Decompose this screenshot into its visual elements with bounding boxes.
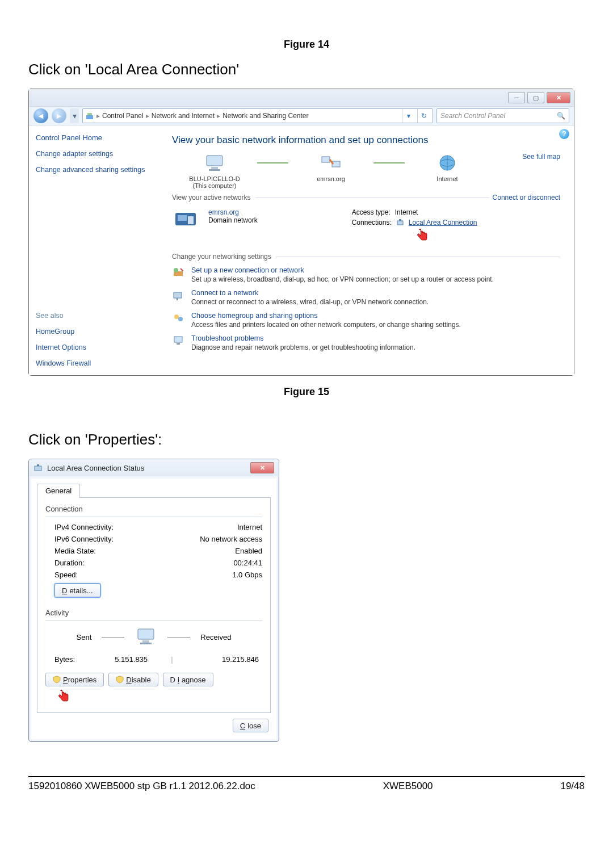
tab-general[interactable]: General	[37, 484, 80, 498]
task-title: Set up a new connection or network	[191, 266, 494, 274]
svg-rect-22	[138, 629, 154, 639]
group-change-label: Change your networking settings	[172, 253, 271, 261]
refresh-button[interactable]: ↻	[417, 109, 430, 123]
access-type-label: Access type:	[352, 208, 391, 216]
connect-disconnect-link[interactable]: Connect or disconnect	[493, 194, 560, 202]
back-button[interactable]: ◄	[33, 108, 48, 123]
svg-rect-23	[142, 640, 149, 643]
svg-rect-21	[37, 464, 39, 466]
lan-adapter-icon	[396, 219, 404, 227]
activity-computer-icon	[135, 627, 157, 647]
local-area-connection-link[interactable]: Local Area Connection	[409, 219, 477, 227]
sidebar: Control Panel Home Change adapter settin…	[29, 125, 167, 375]
computer-icon	[203, 153, 226, 173]
active-network-row: emrsn.org Domain network Access type: In…	[172, 205, 560, 249]
network-map: BLU-LPICELLO-D (This computer) emrsn.org…	[172, 153, 490, 189]
domain-network-icon	[172, 208, 199, 231]
task-homegroup[interactable]: Choose homegroup and sharing options Acc…	[172, 312, 560, 329]
task-title: Troubleshoot problems	[191, 334, 415, 342]
svg-rect-9	[178, 215, 187, 221]
globe-icon	[436, 153, 459, 173]
connections-label: Connections:	[352, 219, 392, 227]
node-internet: Internet	[405, 153, 490, 182]
svg-rect-10	[188, 216, 194, 224]
sidebar-homegroup[interactable]: HomeGroup	[36, 328, 161, 336]
task-setup-connection[interactable]: Set up a new connection or network Set u…	[172, 266, 560, 283]
task-list: Set up a new connection or network Set u…	[172, 266, 560, 351]
see-full-map-link[interactable]: See full map	[522, 153, 560, 161]
crumb-l2[interactable]: Network and Internet	[152, 112, 215, 120]
sidebar-seealso-label: See also	[36, 312, 161, 320]
footer-right: 19/48	[560, 781, 585, 792]
instruction-1: Click on 'Local Area Connection'	[28, 61, 585, 78]
crumb-root[interactable]: Control Panel	[102, 112, 144, 120]
history-dropdown[interactable]: ▾	[70, 108, 79, 123]
node-internet-label: Internet	[436, 175, 457, 182]
details-button[interactable]: DDetails...etails...	[54, 584, 100, 597]
svg-rect-4	[209, 169, 220, 171]
sidebar-adapter-settings[interactable]: Change adapter settings	[36, 150, 161, 158]
sidebar-home[interactable]: Control Panel Home	[36, 133, 161, 142]
node-pc-sub: (This computer)	[192, 182, 236, 189]
ipv6-label: IPv6 Connectivity:	[54, 535, 114, 543]
svg-point-14	[174, 268, 178, 272]
homegroup-icon	[172, 312, 184, 324]
media-value: Enabled	[235, 547, 262, 555]
group-active-label: View your active networks	[172, 194, 251, 202]
shield-icon	[53, 676, 61, 684]
maximize-button[interactable]: ▢	[527, 92, 544, 103]
svg-point-17	[178, 317, 183, 321]
cursor-indicator	[414, 228, 477, 244]
task-connect-network[interactable]: Connect to a network Connect or reconnec…	[172, 289, 560, 306]
breadcrumb-bar[interactable]: ▸ Control Panel ▸ Network and Internet ▸…	[82, 108, 433, 123]
group-change-settings: Change your networking settings	[172, 253, 560, 261]
svg-rect-12	[399, 219, 401, 221]
properties-button[interactable]: Properties	[45, 673, 104, 686]
svg-rect-2	[207, 156, 222, 166]
network-type: Domain network	[208, 216, 258, 224]
pointing-hand-icon	[414, 228, 430, 244]
media-label: Media State:	[54, 547, 96, 555]
svg-point-16	[174, 315, 179, 319]
sidebar-internet-options[interactable]: Internet Options	[36, 343, 161, 351]
sidebar-windows-firewall[interactable]: Windows Firewall	[36, 359, 161, 367]
task-desc: Set up a wireless, broadband, dial-up, a…	[191, 275, 494, 283]
section-activity-label: Activity	[45, 609, 262, 617]
page-footer: 1592010860 XWEB5000 stp GB r1.1 2012.06.…	[28, 776, 585, 792]
breadcrumb-dropdown[interactable]: ▾	[402, 109, 415, 123]
close-button[interactable]: ✕	[547, 92, 570, 103]
dialog-body: General Connection IPv4 Connectivity:Int…	[31, 479, 276, 739]
footer-center: XWEB5000	[383, 781, 433, 792]
diagnose-button[interactable]: Diagnose	[163, 673, 213, 686]
svg-rect-1	[87, 113, 92, 115]
dialog-titlebar: Local Area Connection Status ✕	[29, 459, 279, 476]
bytes-sent-value: 5.151.835	[91, 655, 148, 664]
address-bar-row: ◄ ► ▾ ▸ Control Panel ▸ Network and Inte…	[29, 106, 574, 125]
figure-14-caption: Figure 14	[28, 39, 585, 51]
minimize-button[interactable]: ─	[508, 92, 525, 103]
node-domain-label: emrsn.org	[317, 175, 345, 182]
crumb-l3[interactable]: Network and Sharing Center	[222, 112, 308, 120]
duration-value: 00:24:41	[233, 559, 262, 567]
cursor-indicator-2	[56, 689, 262, 705]
connection-info: Access type: Internet Connections: Local…	[352, 208, 477, 244]
task-troubleshoot[interactable]: Troubleshoot problems Diagnose and repai…	[172, 334, 560, 351]
duration-label: Duration:	[54, 559, 85, 567]
setup-connection-icon	[172, 266, 184, 279]
pointing-hand-icon	[56, 689, 72, 705]
control-panel-window: ─ ▢ ✕ ◄ ► ▾ ▸ Control Panel ▸ Network an…	[28, 89, 574, 376]
dialog-close-button[interactable]: ✕	[250, 462, 274, 473]
svg-rect-11	[397, 221, 403, 225]
task-title: Choose homegroup and sharing options	[191, 312, 461, 320]
breadcrumb-icon	[85, 111, 94, 120]
network-name[interactable]: emrsn.org	[208, 208, 258, 216]
svg-rect-15	[174, 292, 182, 298]
search-input[interactable]: Search Control Panel 🔍	[436, 108, 569, 123]
ipv4-value: Internet	[237, 523, 262, 531]
forward-button[interactable]: ►	[52, 108, 66, 123]
sidebar-advanced-sharing[interactable]: Change advanced sharing settings	[36, 166, 161, 174]
disable-button[interactable]: Disable	[108, 673, 158, 686]
group-active-networks: View your active networks Connect or dis…	[172, 194, 560, 202]
close-button[interactable]: Close	[233, 719, 268, 732]
ipv4-label: IPv4 Connectivity:	[54, 523, 114, 531]
